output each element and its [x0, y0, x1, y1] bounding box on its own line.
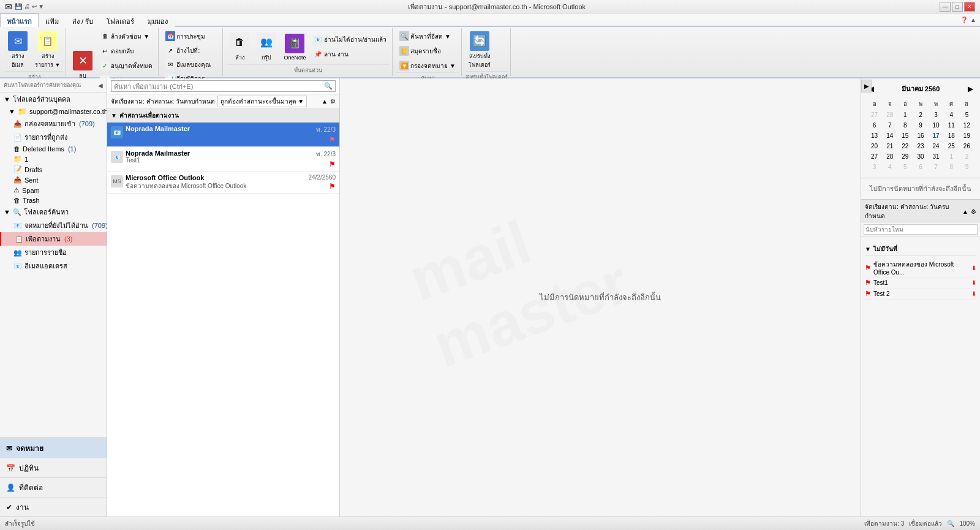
task-group-expand[interactable]: ▼ — [865, 246, 871, 252]
your-email-button[interactable]: ✉ อีเมลของคุณ — [162, 58, 214, 71]
task-flag-3[interactable]: ⚑ — [865, 290, 871, 298]
cal-day[interactable]: 5 — [960, 110, 974, 119]
cal-day[interactable]: 19 — [960, 131, 974, 140]
cal-day[interactable]: 15 — [898, 131, 912, 140]
task-search-input[interactable] — [864, 224, 978, 235]
reply-button[interactable]: ↩ ตอบกลับ — [97, 44, 156, 58]
sidebar-collapse-icon[interactable]: ◀ — [98, 82, 103, 89]
goto-button[interactable]: ↗ อ้างไปที่: — [162, 44, 203, 57]
close-button[interactable]: ✕ — [964, 2, 975, 12]
tab-file[interactable]: แฟ้ม — [39, 13, 66, 27]
filter-icon2[interactable]: ⚙ — [330, 98, 336, 105]
cal-day[interactable]: 31 — [929, 152, 943, 161]
cal-day[interactable]: 1 — [898, 110, 912, 119]
sidebar-item-emailaddress[interactable]: 📧 อีเมลแอดเดรส — [0, 259, 107, 273]
task-collapse-icon[interactable]: ▲ — [962, 208, 968, 215]
cal-day[interactable]: 1 — [944, 152, 959, 161]
task-expand-icon2[interactable]: ⚙ — [971, 208, 976, 215]
nav-mail[interactable]: ✉ จดหมาย — [0, 438, 107, 458]
sidebar-item-contacts[interactable]: 👥 รายการรายชื่อ — [0, 246, 107, 259]
search-input[interactable] — [114, 83, 324, 90]
task-flag-2[interactable]: ⚑ — [865, 279, 871, 287]
search-icon[interactable]: 🔍 — [324, 82, 333, 90]
cal-day[interactable]: 17 — [929, 131, 943, 140]
sidebar-item-sent[interactable]: 📄 รายการที่ถูกส่ง — [0, 131, 107, 144]
tab-folder[interactable]: โฟลเดอร์ — [100, 13, 141, 27]
cal-day[interactable]: 28 — [883, 152, 897, 161]
email-flag-1[interactable]: ⚑ — [329, 135, 336, 144]
cal-day[interactable]: 8 — [944, 162, 959, 172]
address-book-button[interactable]: 📒 สมุดรายชื่อ — [396, 44, 444, 58]
maximize-button[interactable]: □ — [952, 2, 963, 12]
minimize-ribbon-icon[interactable]: ▲ — [970, 17, 976, 23]
sendreceive-all-button[interactable]: 🔄 ส่ง/รับทั้งโฟลเดอร์ — [466, 29, 494, 71]
cal-day[interactable]: 23 — [913, 142, 927, 151]
find-filter-button[interactable]: 🔍 ค้นหาที่อีสด ▼ — [396, 29, 454, 43]
filter-mail-button[interactable]: 🔽 กรองจดหมาย ▼ — [396, 59, 459, 72]
task-item-1[interactable]: ⚑ ข้อความทดลองของ Microsoft Office Ou...… — [865, 259, 976, 278]
tab-send-receive[interactable]: ส่ง / รับ — [66, 13, 100, 27]
cal-day[interactable]: 27 — [867, 152, 881, 161]
cal-day today[interactable]: 30 — [913, 152, 927, 161]
sidebar-item-unread[interactable]: 📧 จดหมายที่ยังไม่ได้อ่าน (709) — [0, 219, 107, 232]
email-flag-3[interactable]: ⚑ — [329, 182, 336, 191]
task-item-2[interactable]: ⚑ Test1 ⬇ — [865, 278, 976, 289]
sidebar-item-drafts[interactable]: 📝 Drafts — [0, 164, 107, 175]
clear-qs-button[interactable]: 🗑 ล้าง — [227, 31, 252, 64]
cal-day[interactable]: 9 — [913, 121, 927, 130]
new-email-button[interactable]: ✉ สร้างอีเมล — [5, 29, 31, 71]
cal-day[interactable]: 18 — [944, 131, 959, 140]
filter-expand-icon[interactable]: ▲ — [322, 98, 328, 105]
cal-day[interactable]: 6 — [913, 162, 927, 172]
email-flag-2[interactable]: ⚑ — [329, 160, 336, 168]
meeting-button[interactable]: 📅 การประชุม — [162, 29, 208, 43]
cal-day[interactable]: 28 — [883, 110, 897, 119]
nav-contacts[interactable]: 👤 ที่ติดต่อ — [0, 477, 107, 497]
cal-day[interactable]: 4 — [883, 162, 897, 172]
cal-day[interactable]: 24 — [929, 142, 943, 151]
cal-day[interactable]: 2 — [913, 110, 927, 119]
sidebar-item-deleted[interactable]: 🗑 Deleted Items (1) — [0, 144, 107, 154]
cal-day[interactable]: 4 — [944, 110, 959, 119]
cal-day[interactable]: 7 — [929, 162, 943, 172]
cal-day[interactable]: 9 — [960, 162, 974, 172]
cal-day[interactable]: 10 — [929, 121, 943, 130]
cal-day[interactable]: 6 — [867, 121, 881, 130]
sidebar-item-sent2[interactable]: 📤 Sent — [0, 175, 107, 185]
help-icon[interactable]: ❓ — [960, 17, 968, 23]
onenote-button[interactable]: 📓 OneNote — [281, 32, 309, 62]
tab-view[interactable]: มุมมอง — [141, 13, 175, 27]
sidebar-account[interactable]: ▼ 📁 support@mailmaster.co.th — [0, 106, 107, 117]
tab-home[interactable]: หน้าแรก — [0, 13, 39, 27]
cal-day[interactable]: 22 — [898, 142, 912, 151]
cal-day[interactable]: 2 — [960, 152, 974, 161]
email-item[interactable]: 📧 Noprada Mailmaster พ. 22/3 ⚑ — [107, 123, 339, 147]
task-item-3[interactable]: ⚑ Test 2 ⬇ — [865, 289, 976, 300]
cal-day[interactable]: 14 — [883, 131, 897, 140]
cal-day[interactable]: 25 — [944, 142, 959, 151]
email-item-2[interactable]: 📧 Noprada Mailmaster Test1 พ. 22/3 ⚑ — [107, 147, 339, 172]
cal-day[interactable]: 7 — [883, 121, 897, 130]
allow-all-button[interactable]: ✓ อนุญาตทั้งหมด — [97, 59, 156, 72]
cal-day[interactable]: 5 — [898, 162, 912, 172]
nav-tasks[interactable]: ✔ งาน — [0, 497, 107, 517]
cal-day[interactable]: 26 — [960, 142, 974, 151]
group-qs-button[interactable]: 👥 กรุ๊ป — [254, 31, 279, 64]
cal-day[interactable]: 27 — [867, 110, 881, 119]
clear-button[interactable]: 🗑 ล้างตัวช่อม ▼ — [97, 29, 156, 43]
sidebar-item-spam[interactable]: ⚠ Spam — [0, 185, 107, 195]
cal-day[interactable]: 11 — [944, 121, 959, 130]
cal-day[interactable]: 3 — [929, 110, 943, 119]
cal-day[interactable]: 29 — [898, 152, 912, 161]
move-to-button[interactable]: 📌 ลาน งาน — [310, 48, 390, 61]
window-controls[interactable]: — □ ✕ — [940, 2, 975, 12]
reading-pane-expand-button[interactable]: ▶ — [861, 80, 872, 93]
cal-day[interactable]: 21 — [883, 142, 897, 151]
read-unread-button[interactable]: 📧 อ่านไม่ได้อ่าน/อ่านแล้ว — [310, 33, 390, 47]
cal-day[interactable]: 3 — [867, 162, 881, 172]
sidebar-item-taskfollow[interactable]: 📋 เพื่อตามงาน (3) — [0, 232, 107, 246]
nav-calendar[interactable]: 📅 ปฏิทิน — [0, 458, 107, 477]
delete-button[interactable]: ✕ ลบ — [70, 49, 96, 82]
cal-day[interactable]: 13 — [867, 131, 881, 140]
sidebar-search-folders[interactable]: ▼ 🔍 โฟลเดอร์ค้นหา — [0, 205, 107, 219]
